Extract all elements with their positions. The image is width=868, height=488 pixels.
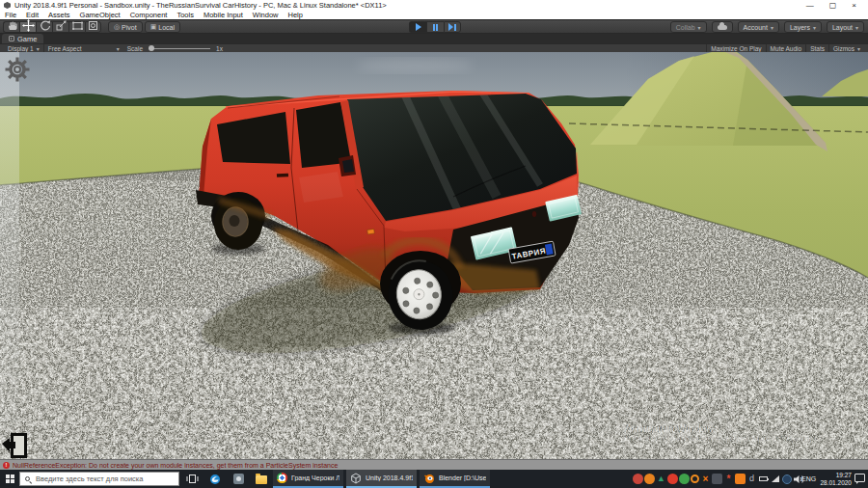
network-icon — [772, 475, 779, 482]
start-button[interactable] — [0, 470, 19, 488]
menu-tools[interactable]: Tools — [176, 11, 194, 19]
exit-door-icon — [1, 430, 30, 461]
exit-button[interactable] — [1, 430, 30, 461]
network-indicator[interactable] — [770, 474, 780, 484]
local-icon: ▣ — [150, 23, 157, 31]
search-icon — [25, 476, 30, 481]
chevron-down-icon: ▾ — [117, 45, 120, 52]
gear-icon — [3, 55, 32, 84]
move-tool-button[interactable] — [19, 21, 36, 33]
pinned-app-edge[interactable] — [204, 470, 226, 488]
display-dropdown[interactable]: Display 1▾ — [4, 44, 43, 52]
task-view-icon — [186, 474, 199, 484]
game-view-controls: Display 1▾ Free Aspect▾ Scale 1x Maximiz… — [0, 43, 868, 52]
action-center-button[interactable] — [854, 474, 865, 482]
game-ui-panel — [0, 52, 19, 459]
pause-button[interactable] — [426, 21, 444, 33]
aspect-dropdown[interactable]: Free Aspect▾ — [44, 44, 123, 52]
pivot-toggle-button[interactable]: ◎ Pivot — [108, 21, 143, 33]
chevron-down-icon: ▾ — [855, 24, 858, 31]
menu-gameobject[interactable]: GameObject — [80, 11, 121, 19]
menu-mobile-input[interactable]: Mobile Input — [203, 11, 243, 19]
maximize-on-play-toggle[interactable]: Maximize On Play — [706, 44, 765, 52]
game-view-icon — [9, 36, 14, 41]
step-icon — [448, 23, 453, 31]
settings-gear-button[interactable] — [3, 55, 32, 84]
view-tab-bar: Game — [0, 34, 868, 43]
unity-icon — [350, 473, 362, 484]
pinned-file-explorer[interactable] — [251, 470, 272, 488]
menu-window[interactable]: Window — [253, 11, 279, 19]
tray-icon[interactable]: ▲ — [656, 474, 666, 484]
cloud-button[interactable] — [712, 21, 733, 33]
tray-icon[interactable] — [633, 474, 643, 484]
account-dropdown[interactable]: Account ▾ — [738, 21, 779, 33]
task-view-button[interactable] — [181, 470, 203, 488]
steam-tray[interactable] — [781, 474, 792, 484]
rotate-tool-button[interactable] — [36, 21, 52, 33]
menu-help[interactable]: Help — [288, 11, 303, 19]
gizmos-dropdown[interactable]: Gizmos▾ — [828, 44, 864, 52]
collab-button[interactable]: Collab ▾ — [670, 21, 707, 33]
tray-icon[interactable] — [735, 474, 746, 484]
rect-tool-button[interactable] — [68, 21, 85, 33]
tray-icon[interactable]: × — [700, 474, 711, 484]
scale-tool-button[interactable] — [52, 21, 68, 33]
chrome-icon — [277, 473, 287, 483]
transform-tool-button[interactable] — [85, 21, 101, 33]
tray-icon[interactable]: * — [723, 474, 734, 484]
hand-tool-button[interactable] — [3, 21, 19, 33]
pinned-app-gray[interactable] — [228, 470, 249, 488]
tray-icon[interactable] — [644, 474, 655, 484]
maximize-button[interactable]: ▢ — [829, 1, 837, 11]
door-handle — [277, 174, 288, 177]
side-mirror — [339, 155, 356, 176]
tray-icon[interactable] — [667, 474, 678, 484]
scale-slider[interactable] — [149, 48, 210, 49]
console-status-bar[interactable]: ! NullReferenceException: Do not create … — [0, 459, 868, 470]
windows-taskbar: Гранд Чероки Лим... Unity 2018.4.9f1 Per… — [0, 470, 868, 488]
unity-toolbar: ◎ Pivot ▣ Local Collab ▾ Account ▾ — [0, 19, 868, 34]
taskbar-window-blender[interactable]: Blender [D:\Users\P... — [420, 470, 490, 488]
taskbar-window-unity[interactable]: Unity 2018.4.9f1 Per... — [346, 470, 417, 488]
window-title: Unity 2018.4.9f1 Personal - Sandbox.unit… — [14, 1, 387, 10]
chevron-down-icon: ▾ — [813, 24, 816, 31]
taskbar-search[interactable] — [19, 472, 179, 486]
game-viewport[interactable]: ТАВРИЯ — [0, 52, 868, 459]
system-tray: ▲ × * d — [633, 470, 803, 488]
tray-icon[interactable] — [712, 474, 722, 484]
minimize-button[interactable]: — — [806, 1, 814, 11]
window-titlebar: Unity 2018.4.9f1 Personal - Sandbox.unit… — [0, 0, 868, 11]
local-toggle-button[interactable]: ▣ Local — [145, 21, 180, 33]
search-input[interactable] — [36, 473, 176, 485]
date: 28.01.2020 — [820, 479, 852, 487]
side-marker — [367, 229, 375, 233]
unity-app-icon — [4, 2, 11, 9]
layers-dropdown[interactable]: Layers ▾ — [784, 21, 822, 33]
menu-component[interactable]: Component — [130, 11, 168, 19]
battery-icon — [759, 476, 768, 481]
playmode-controls — [409, 21, 461, 33]
tray-icon[interactable] — [691, 474, 699, 483]
tray-icon[interactable] — [679, 474, 690, 484]
layout-dropdown[interactable]: Layout ▾ — [827, 21, 864, 33]
chevron-down-icon: ▾ — [771, 24, 773, 31]
taskbar-clock[interactable]: 19:27 28.01.2020 — [817, 470, 852, 488]
tray-icon[interactable]: d — [746, 474, 757, 484]
step-button[interactable] — [444, 21, 461, 33]
stats-toggle[interactable]: Stats — [805, 44, 828, 52]
chevron-down-icon: ▾ — [857, 45, 860, 52]
close-button[interactable]: × — [852, 1, 856, 11]
error-message: NullReferenceException: Do not create yo… — [13, 462, 338, 469]
tab-game[interactable]: Game — [2, 34, 43, 43]
scale-slider-knob[interactable] — [149, 45, 154, 51]
mute-audio-toggle[interactable]: Mute Audio — [766, 44, 806, 52]
battery-indicator[interactable] — [758, 474, 769, 484]
steam-icon — [782, 474, 792, 484]
chevron-down-icon: ▾ — [698, 24, 701, 31]
edge-icon — [209, 474, 221, 485]
play-icon — [416, 23, 421, 31]
taskbar-window-chrome[interactable]: Гранд Чероки Лим... — [273, 470, 343, 488]
language-indicator[interactable]: ENG — [801, 470, 816, 488]
play-button[interactable] — [409, 21, 426, 33]
